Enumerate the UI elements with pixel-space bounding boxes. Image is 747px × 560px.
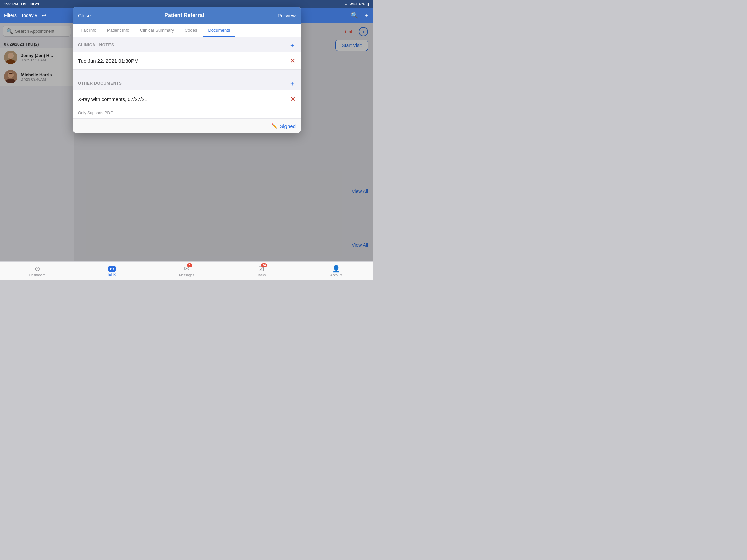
remove-clinical-note-button[interactable]: ✕	[290, 57, 295, 65]
add-clinical-note-button[interactable]: ＋	[289, 42, 295, 48]
modal-title: Patient Referral	[164, 12, 204, 19]
other-documents-section-header: OTHER DOCUMENTS ＋	[73, 75, 301, 90]
pencil-icon: ✏️	[272, 123, 278, 129]
battery-icon: ▮	[367, 2, 369, 6]
wifi-icon: WiFi	[350, 2, 357, 6]
undo-icon[interactable]: ↩	[42, 12, 46, 19]
clinical-note-item[interactable]: Tue Jun 22, 2021 01:30PM ✕	[73, 52, 301, 70]
tasks-label: Tasks	[257, 273, 266, 277]
tab-ehr[interactable]: dr EHR	[75, 266, 149, 276]
remove-document-button[interactable]: ✕	[290, 95, 295, 103]
account-label: Account	[330, 273, 342, 277]
clinical-notes-title: CLINICAL NOTES	[78, 43, 114, 47]
messages-label: Messages	[179, 273, 195, 277]
today-button[interactable]: Today ∨	[21, 13, 37, 18]
tab-documents[interactable]: Documents	[203, 24, 235, 36]
battery-level: 43%	[359, 2, 365, 6]
ehr-icon: dr	[108, 266, 116, 272]
search-icon[interactable]: 🔍	[351, 12, 358, 19]
signal-icon: ▲	[344, 2, 347, 6]
status-day: Thu Jul 29	[21, 2, 39, 6]
tab-tasks[interactable]: ☑ 36 Tasks	[224, 265, 299, 277]
tab-bar: ⊙ Dashboard dr EHR ✉ 6 Messages ☑ 36 Tas…	[0, 261, 374, 280]
pdf-support-note: Only Supports PDF	[73, 108, 301, 118]
other-documents-title: OTHER DOCUMENTS	[78, 81, 122, 86]
tab-account[interactable]: 👤 Account	[299, 265, 374, 277]
status-time: 1:33 PM	[4, 2, 18, 6]
close-button[interactable]: Close	[78, 13, 91, 19]
modal-tabs: Fax Info Patient Info Clinical Summary C…	[73, 24, 301, 37]
tasks-badge: 36	[261, 263, 267, 267]
document-item[interactable]: X-ray with comments, 07/27/21 ✕	[73, 90, 301, 108]
section-spacer	[73, 70, 301, 75]
document-text: X-ray with comments, 07/27/21	[78, 96, 148, 102]
tab-clinical-summary[interactable]: Clinical Summary	[135, 24, 179, 36]
modal-body: CLINICAL NOTES ＋ Tue Jun 22, 2021 01:30P…	[73, 37, 301, 118]
signed-button[interactable]: ✏️ Signed	[272, 123, 295, 129]
modal-footer: ✏️ Signed	[73, 118, 301, 133]
account-icon: 👤	[332, 265, 340, 273]
clinical-note-text: Tue Jun 22, 2021 01:30PM	[78, 58, 138, 64]
ehr-label: EHR	[108, 273, 115, 276]
patient-referral-modal: Close Patient Referral Preview Fax Info …	[73, 7, 301, 133]
filters-button[interactable]: Filters	[4, 13, 17, 18]
modal-header: Close Patient Referral Preview	[73, 7, 301, 24]
clinical-notes-section-header: CLINICAL NOTES ＋	[73, 37, 301, 52]
dashboard-icon: ⊙	[34, 265, 40, 273]
preview-button[interactable]: Preview	[278, 13, 295, 19]
tab-dashboard[interactable]: ⊙ Dashboard	[0, 265, 75, 277]
tasks-icon: ☑ 36	[258, 265, 264, 273]
add-icon[interactable]: ＋	[363, 11, 369, 20]
add-document-button[interactable]: ＋	[289, 80, 295, 87]
messages-badge: 6	[187, 263, 192, 267]
tab-patient-info[interactable]: Patient Info	[102, 24, 135, 36]
messages-icon: ✉ 6	[184, 265, 190, 273]
tab-fax-info[interactable]: Fax Info	[75, 24, 102, 36]
tab-messages[interactable]: ✉ 6 Messages	[150, 265, 224, 277]
dashboard-label: Dashboard	[29, 273, 46, 277]
chevron-down-icon: ∨	[34, 13, 37, 18]
tab-codes[interactable]: Codes	[179, 24, 203, 36]
signed-label: Signed	[280, 123, 295, 129]
